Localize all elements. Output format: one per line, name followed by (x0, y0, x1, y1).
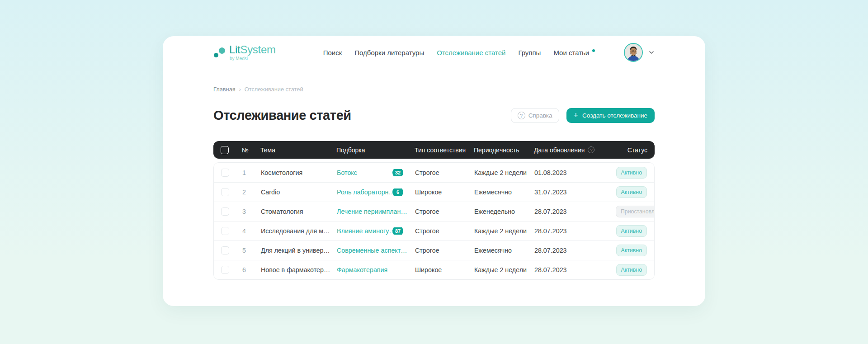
notification-dot (592, 49, 595, 52)
row-number: 6 (236, 266, 261, 273)
info-circle-icon[interactable]: ? (588, 146, 594, 153)
row-frequency: Каждые 2 недели (474, 266, 534, 273)
topbar: LitSystem by Medsi Поиск Подборки литера… (213, 36, 655, 62)
status-badge: Приостановлено (616, 206, 655, 217)
table-row: 1 Косметология Ботокс 32 Строгое Каждые … (214, 163, 654, 182)
avatar[interactable] (624, 43, 643, 62)
row-match-type: Широкое (415, 188, 474, 196)
article-count-badge: 6 (392, 188, 403, 196)
row-checkbox[interactable] (221, 227, 229, 235)
row-topic: Стоматология (261, 208, 337, 215)
row-topic: Исследования для м… (261, 227, 337, 235)
row-collection-cell: Лечение периимплан… (337, 208, 415, 215)
collection-link[interactable]: Влияние аминогу… (337, 227, 396, 235)
nav-item-collections[interactable]: Подборки литературы (354, 49, 424, 57)
collection-link[interactable]: Фармакотерапия (337, 266, 387, 273)
row-updated-date: 31.07.2023 (534, 188, 616, 196)
collection-link[interactable]: Лечение периимплан… (337, 208, 407, 215)
breadcrumb-home[interactable]: Главная (213, 86, 236, 93)
row-updated-date: 28.07.2023 (534, 208, 616, 215)
page-title: Отслеживание статей (213, 108, 351, 123)
table-row: 5 Для лекций в универ… Современные аспек… (214, 240, 654, 260)
row-match-type: Строгое (415, 227, 474, 235)
nav-item-tracking[interactable]: Отслеживание статей (437, 49, 505, 57)
collection-link[interactable]: Ботокс (337, 169, 357, 176)
col-header-status: Статус (615, 146, 655, 154)
row-frequency: Еженедельно (474, 208, 534, 215)
brand-name: LitSystem (229, 44, 276, 55)
status-badge: Активно (616, 167, 647, 179)
row-checkbox[interactable] (221, 169, 229, 177)
table-row: 4 Исследования для м… Влияние аминогу… 8… (214, 221, 654, 240)
row-match-type: Строгое (415, 208, 474, 215)
row-frequency: Ежемесячно (474, 188, 534, 196)
breadcrumb-separator-icon: › (239, 86, 241, 93)
row-checkbox[interactable] (221, 188, 229, 196)
status-badge: Активно (616, 186, 647, 198)
status-badge: Активно (616, 225, 647, 237)
table-header: № Тема Подборка Тип соответствия Периоди… (213, 141, 655, 159)
row-collection-cell: Ботокс 32 (337, 169, 415, 176)
row-number: 2 (236, 188, 261, 196)
article-count-badge: 87 (392, 227, 403, 235)
table-body: 1 Косметология Ботокс 32 Строгое Каждые … (213, 162, 655, 280)
table-row: 6 Новое в фармакотер… Фармакотерапия Шир… (214, 260, 654, 279)
nav-item-my-articles[interactable]: Мои статьи (553, 49, 595, 57)
row-match-type: Широкое (415, 266, 474, 273)
help-button[interactable]: ? Справка (511, 108, 559, 123)
row-topic: Новое в фармакотер… (261, 266, 337, 273)
main-nav: Поиск Подборки литературы Отслеживание с… (323, 49, 595, 57)
row-updated-date: 01.08.2023 (534, 169, 616, 176)
collection-link[interactable]: Роль лабораторн… (337, 188, 395, 196)
table-row: 2 Cardio Роль лабораторн… 6 Широкое Ежем… (214, 182, 654, 202)
row-collection-cell: Современные аспект… (337, 247, 415, 254)
row-checkbox[interactable] (221, 207, 229, 216)
user-menu (624, 43, 655, 62)
row-frequency: Каждые 2 недели (474, 169, 534, 176)
row-updated-date: 28.07.2023 (534, 247, 616, 254)
row-collection-cell: Фармакотерапия (337, 266, 415, 273)
breadcrumb-current: Отслеживание статей (245, 86, 303, 93)
status-badge: Активно (616, 264, 647, 276)
brand-tagline: by Medsi (229, 57, 276, 61)
col-header-updated: Дата обновления ? (534, 146, 615, 154)
row-number: 4 (236, 227, 261, 235)
col-header-topic: Тема (260, 146, 336, 154)
row-topic: Для лекций в универ… (261, 247, 337, 254)
row-number: 1 (236, 169, 261, 176)
col-header-num: № (235, 146, 260, 154)
row-frequency: Ежемесячно (474, 247, 534, 254)
row-checkbox[interactable] (221, 266, 229, 274)
status-badge: Активно (616, 245, 647, 256)
row-collection-cell: Роль лабораторн… 6 (337, 188, 415, 196)
plus-icon: + (574, 111, 579, 119)
brand-logo[interactable]: LitSystem by Medsi (213, 44, 276, 61)
breadcrumb: Главная › Отслеживание статей (213, 86, 655, 93)
col-header-frequency: Периодичность (474, 146, 534, 154)
row-topic: Cardio (261, 188, 337, 196)
select-all-checkbox[interactable] (221, 146, 229, 154)
table-row: 3 Стоматология Лечение периимплан… Строг… (214, 202, 654, 221)
brand-logo-icon (213, 47, 225, 58)
row-updated-date: 28.07.2023 (534, 227, 616, 235)
chevron-down-icon[interactable] (648, 49, 655, 56)
row-topic: Косметология (261, 169, 337, 176)
row-frequency: Каждые 2 недели (474, 227, 534, 235)
nav-item-groups[interactable]: Группы (518, 49, 541, 57)
row-match-type: Строгое (415, 169, 474, 176)
avatar-image (625, 44, 642, 61)
article-count-badge: 32 (392, 169, 403, 176)
collection-link[interactable]: Современные аспект… (337, 247, 407, 254)
col-header-type: Тип соответствия (415, 146, 474, 154)
title-row: Отслеживание статей ? Справка + Создать … (213, 108, 655, 123)
row-match-type: Строгое (415, 247, 474, 254)
row-checkbox[interactable] (221, 246, 229, 254)
question-circle-icon: ? (518, 112, 525, 119)
row-number: 3 (236, 208, 261, 215)
nav-item-search[interactable]: Поиск (323, 49, 342, 57)
main-card: LitSystem by Medsi Поиск Подборки литера… (163, 36, 705, 306)
row-number: 5 (236, 247, 261, 254)
create-tracking-button[interactable]: + Создать отслеживание (566, 108, 655, 123)
row-collection-cell: Влияние аминогу… 87 (337, 227, 415, 235)
row-updated-date: 28.07.2023 (534, 266, 616, 273)
